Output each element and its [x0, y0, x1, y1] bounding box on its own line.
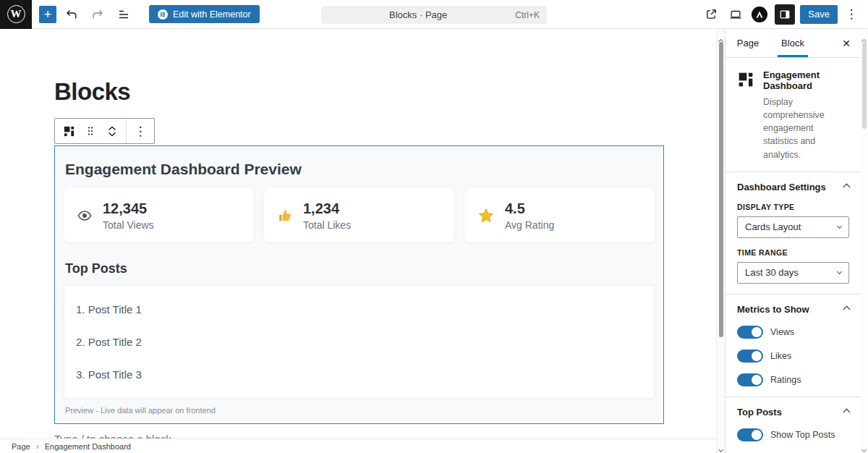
stat-label: Total Likes	[303, 219, 351, 231]
stat-value: 12,345	[103, 200, 154, 217]
star-icon	[477, 207, 495, 224]
canvas-scrollbar[interactable]	[716, 29, 725, 453]
panel-metrics: Metrics to Show Views Likes Ratings	[726, 294, 861, 397]
block-inserter-button[interactable]: +	[39, 6, 56, 23]
toggle-knob	[752, 327, 762, 337]
post-list-item: 2. Post Title 2	[76, 326, 642, 358]
toggle-knob	[752, 375, 762, 385]
block-mover[interactable]	[103, 119, 122, 143]
panel-top-posts: Top Posts Show Top Posts NUMBER OF POSTS…	[726, 397, 861, 453]
more-vertical-icon: ⋮	[135, 124, 147, 139]
block-type-button[interactable]	[59, 119, 78, 143]
scroll-up-icon[interactable]	[718, 33, 724, 39]
post-list-item: 3. Post Title 3	[76, 358, 642, 391]
chevron-down-icon	[837, 224, 842, 229]
stat-label: Avg Rating	[505, 219, 554, 231]
toggle-likes[interactable]	[737, 350, 763, 363]
more-vertical-icon: ⋮	[846, 7, 858, 22]
top-posts-heading: Top Posts	[65, 261, 655, 276]
wordpress-w-icon: W	[7, 5, 25, 23]
stat-label: Total Views	[103, 219, 154, 231]
stat-card-likes: 1,234 Total Likes	[264, 188, 454, 242]
wordpress-logo[interactable]: W	[0, 0, 32, 29]
block-description: Display comprehensive engagement statist…	[763, 96, 850, 161]
save-button[interactable]: Save	[800, 5, 838, 24]
stat-card-rating: 4.5 Avg Rating	[464, 188, 655, 242]
preview-device-button[interactable]	[725, 4, 746, 25]
toggle-show-top-posts[interactable]	[737, 428, 763, 441]
tab-page[interactable]: Page	[726, 29, 770, 57]
select-value: Cards Layout	[745, 221, 801, 232]
block-preview-title: Engagement Dashboard Preview	[64, 156, 655, 188]
editor-canvas: Blocks	[0, 29, 716, 453]
sidebar-scrollbar[interactable]	[861, 29, 868, 453]
breadcrumb-bar: Page › Engagement Dashboard	[0, 439, 716, 453]
external-link-icon	[705, 8, 718, 20]
breadcrumb-current[interactable]: Engagement Dashboard	[45, 442, 131, 451]
panel-title: Top Posts	[737, 407, 782, 418]
toggle-label: Show Top Posts	[770, 430, 835, 440]
panel-toggle-top-posts[interactable]: Top Posts	[737, 407, 849, 418]
panel-toggle-dashboard-settings[interactable]: Dashboard Settings	[737, 182, 849, 192]
scrollbar-thumb[interactable]	[719, 42, 723, 337]
chevron-up-icon	[843, 305, 851, 313]
block-options-button[interactable]: ⋮	[131, 119, 150, 143]
drag-handle-icon	[87, 126, 94, 136]
toggle-label: Views	[770, 327, 794, 337]
stat-value: 1,234	[303, 200, 351, 217]
select-value: Last 30 days	[745, 267, 799, 278]
drag-handle[interactable]	[81, 119, 100, 143]
scroll-down-icon[interactable]	[862, 441, 868, 447]
edit-with-elementor-button[interactable]: Edit with Elementor	[149, 5, 260, 23]
scroll-down-icon[interactable]	[718, 441, 724, 447]
view-site-button[interactable]	[700, 4, 722, 25]
move-down-icon	[108, 132, 116, 137]
dashboard-block-icon	[63, 125, 75, 137]
close-icon: ✕	[842, 38, 851, 49]
redo-button[interactable]	[87, 4, 109, 25]
toggle-knob	[752, 430, 762, 440]
astra-theme-button[interactable]	[752, 7, 767, 22]
command-search-bar[interactable]: Blocks · Page Ctrl+K	[321, 6, 547, 24]
eye-icon	[77, 208, 93, 224]
settings-sidebar-toggle[interactable]	[775, 4, 795, 25]
breadcrumb-separator-icon: ›	[36, 441, 39, 452]
breadcrumb-root[interactable]: Page	[12, 442, 30, 451]
block-info-card: Engagement Dashboard Display comprehensi…	[726, 58, 861, 172]
scrollbar-thumb[interactable]	[862, 42, 867, 129]
desktop-icon	[729, 8, 742, 21]
panel-toggle-metrics[interactable]: Metrics to Show	[737, 304, 849, 315]
stat-value: 4.5	[505, 200, 554, 217]
tab-block[interactable]: Block	[770, 29, 815, 57]
toggle-views[interactable]	[737, 326, 763, 339]
toggle-ratings[interactable]	[737, 373, 763, 386]
panel-title: Metrics to Show	[737, 304, 809, 315]
undo-button[interactable]	[61, 4, 82, 25]
settings-sidebar: Page Block ✕ Engagement Dashboard Displa…	[725, 29, 861, 453]
top-posts-list: 1. Post Title 1 2. Post Title 2 3. Post …	[64, 285, 655, 399]
thumbs-up-icon	[277, 208, 293, 224]
field-label: DISPLAY TYPE	[737, 203, 849, 211]
command-shortcut: Ctrl+K	[515, 10, 547, 20]
time-range-select[interactable]: Last 30 days	[737, 262, 849, 284]
page-title[interactable]: Blocks	[54, 78, 664, 106]
panel-dashboard-settings: Dashboard Settings DISPLAY TYPE Cards La…	[726, 172, 861, 294]
sidebar-tabs: Page Block ✕	[726, 29, 861, 58]
engagement-dashboard-block[interactable]: Engagement Dashboard Preview 12,345 Tota…	[54, 145, 664, 424]
chevron-up-icon	[843, 408, 851, 415]
field-label: TIME RANGE	[737, 248, 849, 257]
display-type-select[interactable]: Cards Layout	[737, 216, 849, 238]
block-name: Engagement Dashboard	[763, 69, 850, 91]
options-menu-button[interactable]: ⋮	[841, 4, 862, 25]
toggle-knob	[752, 351, 762, 361]
close-sidebar-button[interactable]: ✕	[832, 29, 861, 57]
list-view-button[interactable]	[113, 4, 135, 25]
chevron-up-icon	[843, 183, 851, 190]
undo-icon	[65, 8, 78, 21]
scroll-up-icon[interactable]	[862, 33, 868, 39]
chevron-down-icon	[837, 269, 842, 274]
elementor-button-label: Edit with Elementor	[173, 9, 251, 20]
list-view-icon	[117, 8, 130, 21]
block-toolbar: ⋮	[54, 118, 155, 144]
toggle-label: Ratings	[770, 375, 801, 385]
